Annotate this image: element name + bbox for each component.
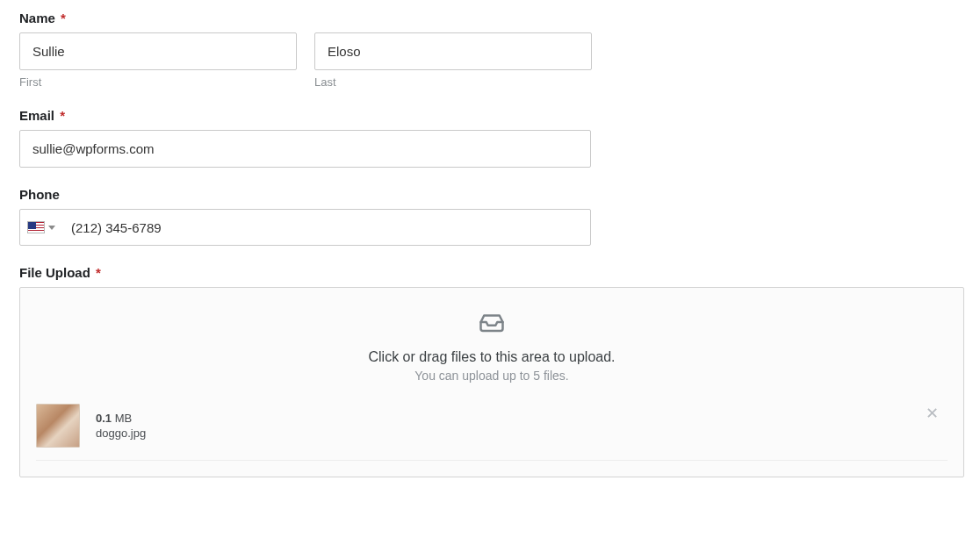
first-name-input[interactable] [19,32,297,70]
phone-field: Phone [19,187,964,246]
phone-label: Phone [19,187,964,202]
required-indicator: * [61,11,66,25]
email-input[interactable] [19,130,591,168]
file-upload-label: File Upload * [19,265,964,280]
phone-input[interactable] [62,210,590,245]
name-label-text: Name [19,11,55,25]
name-field: Name * First Last [19,11,964,89]
phone-label-text: Phone [19,187,60,202]
upload-instruction: Click or drag files to this area to uplo… [368,349,615,365]
chevron-down-icon [48,226,55,230]
upload-tray-icon [479,309,505,339]
upload-limit-text: You can upload up to 5 files. [414,369,568,383]
required-indicator: * [60,108,65,123]
file-upload-dropzone[interactable]: Click or drag files to this area to uplo… [19,287,964,477]
last-name-input[interactable] [314,32,592,70]
file-thumbnail [36,404,80,448]
email-label: Email * [19,108,964,123]
file-upload-field: File Upload * Click or drag files to thi… [19,265,964,477]
uploaded-file-row: 0.1 MB doggo.jpg ✕ [36,393,948,461]
first-sublabel: First [19,75,297,89]
email-label-text: Email [19,108,54,123]
name-label: Name * [19,11,964,25]
file-upload-label-text: File Upload [19,265,90,280]
email-field: Email * [19,108,964,168]
file-name: doggo.jpg [96,427,146,440]
us-flag-icon [27,221,45,233]
phone-country-select[interactable] [20,210,62,245]
file-size-unit: MB [112,412,132,425]
file-size: 0.1 MB [96,412,146,425]
remove-file-button[interactable]: ✕ [922,402,942,425]
file-size-num: 0.1 [96,412,112,425]
last-sublabel: Last [314,75,592,89]
close-icon: ✕ [926,405,939,422]
required-indicator: * [96,265,101,280]
